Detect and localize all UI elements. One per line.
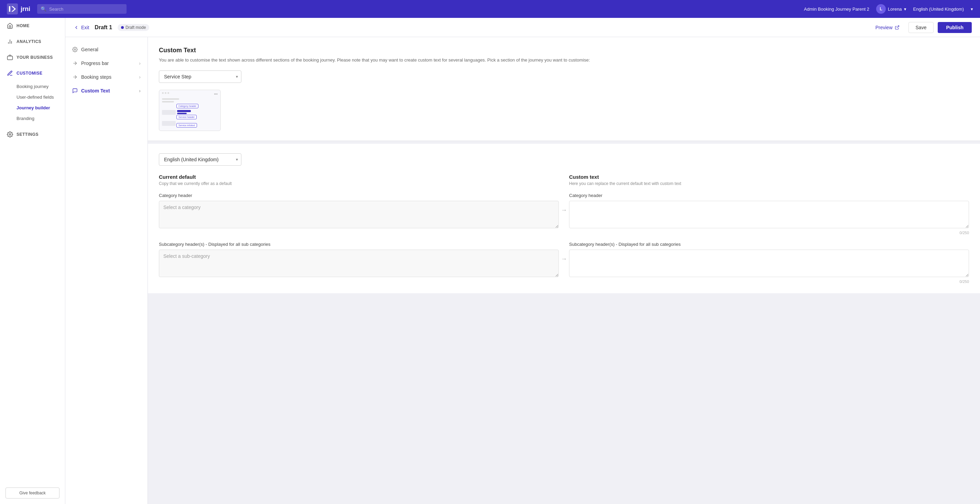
arrow-between-icon: →: [559, 193, 569, 214]
custom-text-col-title: Custom text: [569, 174, 969, 180]
diag-category-header: Category header: [177, 104, 199, 108]
search-input[interactable]: [49, 6, 123, 12]
back-arrow-icon: [73, 25, 79, 30]
category-header-default-textarea: Select a category: [159, 201, 559, 228]
step-dropdown[interactable]: Service Step Category Step Staff Step Da…: [159, 70, 242, 83]
subcategory-header-label-2: Subcategory header(s) - Displayed for al…: [569, 242, 969, 247]
publish-button[interactable]: Publish: [938, 22, 972, 33]
custom-text-col-desc: Here you can replace the current default…: [569, 181, 969, 186]
diag-line-2: [162, 101, 174, 102]
lang-chevron-icon: ▾: [971, 6, 973, 12]
subcategory-header-custom-col: Subcategory header(s) - Displayed for al…: [569, 242, 969, 284]
user-menu[interactable]: L Lorena ▾: [876, 4, 906, 14]
draft-title: Draft 1: [95, 24, 112, 30]
category-header-char-count: 0/250: [569, 231, 969, 235]
subcategory-header-default-textarea: Select a sub-category: [159, 250, 559, 277]
current-default-title: Current default: [159, 174, 559, 180]
sidebar-item-booking-journey[interactable]: Booking journey: [0, 81, 65, 92]
diag-line-1: [162, 98, 179, 100]
search-icon: 🔍: [41, 6, 46, 12]
user-name: Lorena: [888, 6, 902, 12]
app-layout: HOME ANALYTICS YOUR BUSINESS CUSTOMISE B…: [0, 18, 980, 504]
custom-text-col: Custom text Here you can replace the cur…: [569, 174, 969, 193]
svg-rect-0: [7, 3, 18, 14]
category-header-label-1: Category header: [159, 193, 559, 198]
custom-text-description: You are able to customise the text shown…: [159, 57, 969, 64]
draft-mode-label: Draft mode: [126, 25, 146, 30]
category-header-label-2: Category header: [569, 193, 969, 198]
inner-layout: General Progress bar › Booking steps ›: [65, 37, 980, 504]
preview-button[interactable]: Preview: [871, 22, 904, 33]
text-editor-card: English (United Kingdom) English (United…: [148, 144, 980, 293]
subcategory-header-char-count: 0/250: [569, 280, 969, 284]
custom-text-title: Custom Text: [159, 47, 969, 54]
subcategory-header-custom-textarea[interactable]: [569, 250, 969, 277]
draft-badge: Draft mode: [118, 24, 149, 31]
exit-label: Exit: [81, 25, 89, 30]
language-dropdown[interactable]: English (United Kingdom) English (United…: [159, 153, 242, 166]
sidebar-item-your-business[interactable]: YOUR BUSINESS: [0, 49, 65, 65]
panel-item-progress-bar[interactable]: Progress bar ›: [65, 56, 148, 70]
panel-item-custom-text[interactable]: Custom Text ›: [65, 84, 148, 98]
language-select-wrap: English (United Kingdom) English (United…: [159, 153, 242, 166]
arrow-between-icon-2: →: [559, 242, 569, 263]
panel-general-label: General: [81, 47, 99, 52]
main-content: Exit Draft 1 Draft mode Preview Save Pub…: [65, 18, 980, 504]
diag-service-header: Service header: [177, 115, 197, 119]
sidebar-item-settings[interactable]: SETTINGS: [0, 127, 65, 142]
right-panel: Custom Text You are able to customise th…: [148, 37, 980, 504]
home-icon: [7, 23, 13, 29]
preview-diagram: ••• Category header Service header Servi…: [159, 90, 221, 131]
sidebar-customise-label: CUSTOMISE: [16, 71, 43, 76]
avatar: L: [876, 4, 886, 14]
search-box[interactable]: 🔍: [37, 4, 127, 14]
diag-circle-1: [162, 92, 164, 94]
current-default-col: Current default Copy that we currently o…: [159, 174, 559, 193]
panel-item-booking-steps[interactable]: Booking steps ›: [65, 70, 148, 84]
chevron-right-icon-3: ›: [139, 88, 141, 94]
sub-header-actions: Preview Save Publish: [871, 22, 972, 33]
diag-box-1: [162, 110, 176, 115]
columns-row: Current default Copy that we currently o…: [159, 174, 969, 193]
give-feedback-button[interactable]: Give feedback: [5, 488, 59, 499]
sidebar-item-branding[interactable]: Branding: [0, 113, 65, 124]
diag-menu-dots: •••: [214, 92, 218, 96]
top-navigation: jrni 🔍 Admin Booking Journey Parent 2 L …: [0, 0, 980, 18]
custom-text-icon: [72, 88, 78, 94]
sidebar-business-label: YOUR BUSINESS: [16, 55, 53, 60]
panel-booking-steps-label: Booking steps: [81, 74, 111, 80]
category-header-custom-textarea[interactable]: [569, 201, 969, 228]
general-icon: [72, 47, 78, 52]
sidebar-item-customise[interactable]: CUSTOMISE: [0, 65, 65, 81]
category-header-default-col: Category header Select a category: [159, 193, 559, 229]
svg-rect-4: [8, 56, 13, 60]
sidebar-item-home[interactable]: HOME: [0, 18, 65, 34]
logo-text: jrni: [21, 5, 30, 13]
org-selector[interactable]: Admin Booking Journey Parent 2: [804, 6, 869, 12]
custom-text-card: Custom Text You are able to customise th…: [148, 37, 980, 141]
diag-circle-2: [165, 92, 166, 94]
category-header-custom-col: Category header 0/250: [569, 193, 969, 235]
language-selector[interactable]: English (United Kingdom): [913, 6, 964, 12]
panel-item-general[interactable]: General: [65, 43, 148, 56]
left-panel: General Progress bar › Booking steps ›: [65, 37, 148, 504]
subcategory-header-label-1: Subcategory header(s) - Displayed for al…: [159, 242, 559, 247]
chevron-right-icon-2: ›: [139, 74, 141, 80]
analytics-icon: [7, 38, 13, 45]
sidebar-sub-menu: Booking journey User-defined fields Jour…: [0, 81, 65, 127]
draft-dot: [121, 26, 124, 29]
diag-service-infotext: Service infotext: [177, 123, 197, 127]
sidebar-item-analytics[interactable]: ANALYTICS: [0, 34, 65, 49]
svg-point-5: [9, 134, 11, 135]
diag-circles: [162, 92, 169, 94]
external-link-icon: [895, 25, 899, 30]
sidebar-item-user-defined-fields[interactable]: User-defined fields: [0, 92, 65, 102]
customise-icon: [7, 70, 13, 76]
save-button[interactable]: Save: [908, 22, 934, 33]
preview-label: Preview: [875, 25, 892, 30]
user-chevron-icon: ▾: [904, 6, 907, 12]
logo: jrni: [7, 3, 30, 14]
sidebar-item-journey-builder[interactable]: Journey builder: [0, 102, 65, 113]
exit-button[interactable]: Exit: [73, 25, 89, 30]
sidebar: HOME ANALYTICS YOUR BUSINESS CUSTOMISE B…: [0, 18, 65, 504]
